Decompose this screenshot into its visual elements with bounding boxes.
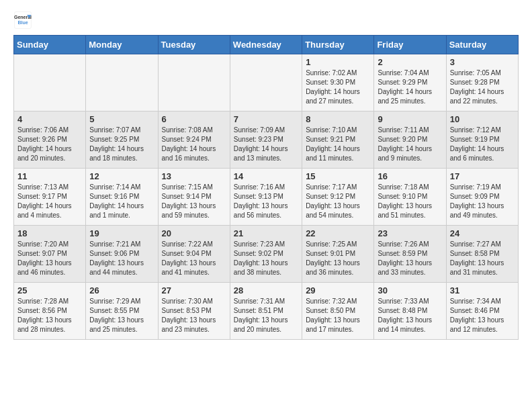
day-number: 24: [450, 228, 515, 238]
day-number: 20: [162, 228, 226, 238]
day-number: 29: [306, 285, 370, 295]
calendar-cell: 11Sunrise: 7:13 AM Sunset: 9:17 PM Dayli…: [14, 169, 86, 226]
weekday-header-monday: Monday: [86, 36, 158, 54]
calendar-cell: 12Sunrise: 7:14 AM Sunset: 9:16 PM Dayli…: [86, 169, 158, 226]
day-content: Sunrise: 7:25 AM Sunset: 9:01 PM Dayligh…: [306, 240, 370, 277]
calendar-cell: 15Sunrise: 7:17 AM Sunset: 9:12 PM Dayli…: [302, 169, 374, 226]
day-content: Sunrise: 7:06 AM Sunset: 9:26 PM Dayligh…: [17, 126, 82, 163]
day-number: 4: [17, 114, 82, 124]
calendar-cell: 21Sunrise: 7:23 AM Sunset: 9:02 PM Dayli…: [230, 226, 302, 283]
calendar-cell: 17Sunrise: 7:19 AM Sunset: 9:09 PM Dayli…: [446, 169, 518, 226]
day-number: 30: [378, 285, 442, 295]
day-content: Sunrise: 7:33 AM Sunset: 8:48 PM Dayligh…: [378, 297, 442, 334]
day-number: 17: [450, 171, 515, 181]
calendar-cell: 22Sunrise: 7:25 AM Sunset: 9:01 PM Dayli…: [302, 226, 374, 283]
day-number: 8: [306, 114, 370, 124]
day-number: 22: [306, 228, 370, 238]
calendar-cell: 30Sunrise: 7:33 AM Sunset: 8:48 PM Dayli…: [374, 283, 446, 340]
day-number: 21: [234, 228, 298, 238]
day-content: Sunrise: 7:32 AM Sunset: 8:50 PM Dayligh…: [306, 297, 370, 334]
calendar-cell: 28Sunrise: 7:31 AM Sunset: 8:51 PM Dayli…: [230, 283, 302, 340]
calendar-cell: [86, 54, 158, 111]
calendar-cell: 16Sunrise: 7:18 AM Sunset: 9:10 PM Dayli…: [374, 169, 446, 226]
day-content: Sunrise: 7:08 AM Sunset: 9:24 PM Dayligh…: [162, 126, 226, 163]
calendar-cell: [14, 54, 86, 111]
day-number: 2: [378, 57, 442, 67]
calendar-cell: 20Sunrise: 7:22 AM Sunset: 9:04 PM Dayli…: [158, 226, 230, 283]
calendar-cell: 10Sunrise: 7:12 AM Sunset: 9:19 PM Dayli…: [446, 111, 518, 169]
calendar-cell: 1Sunrise: 7:02 AM Sunset: 9:30 PM Daylig…: [302, 54, 374, 111]
calendar-cell: [230, 54, 302, 111]
day-number: 1: [306, 57, 370, 67]
day-content: Sunrise: 7:04 AM Sunset: 9:29 PM Dayligh…: [378, 68, 442, 106]
calendar-cell: 23Sunrise: 7:26 AM Sunset: 8:59 PM Dayli…: [374, 226, 446, 283]
calendar-cell: 31Sunrise: 7:34 AM Sunset: 8:46 PM Dayli…: [446, 283, 518, 340]
day-content: Sunrise: 7:16 AM Sunset: 9:13 PM Dayligh…: [234, 183, 298, 220]
day-number: 31: [450, 285, 515, 295]
day-content: Sunrise: 7:30 AM Sunset: 8:53 PM Dayligh…: [162, 297, 226, 334]
day-number: 28: [234, 285, 298, 295]
day-content: Sunrise: 7:17 AM Sunset: 9:12 PM Dayligh…: [306, 183, 370, 220]
calendar-cell: 8Sunrise: 7:10 AM Sunset: 9:21 PM Daylig…: [302, 111, 374, 169]
calendar-cell: 13Sunrise: 7:15 AM Sunset: 9:14 PM Dayli…: [158, 169, 230, 226]
day-content: Sunrise: 7:14 AM Sunset: 9:16 PM Dayligh…: [89, 183, 154, 220]
day-number: 12: [89, 171, 154, 181]
weekday-header-saturday: Saturday: [446, 36, 518, 54]
day-number: 9: [378, 114, 442, 124]
day-content: Sunrise: 7:31 AM Sunset: 8:51 PM Dayligh…: [234, 297, 298, 334]
weekday-header-wednesday: Wednesday: [230, 36, 302, 54]
calendar-cell: 18Sunrise: 7:20 AM Sunset: 9:07 PM Dayli…: [14, 226, 86, 283]
day-number: 3: [450, 57, 515, 67]
logo-icon: General Blue: [13, 11, 32, 30]
weekday-header-friday: Friday: [374, 36, 446, 54]
calendar-table: SundayMondayTuesdayWednesdayThursdayFrid…: [13, 35, 519, 340]
day-content: Sunrise: 7:28 AM Sunset: 8:56 PM Dayligh…: [17, 297, 82, 334]
day-number: 26: [89, 285, 154, 295]
weekday-header-tuesday: Tuesday: [158, 36, 230, 54]
day-content: Sunrise: 7:07 AM Sunset: 9:25 PM Dayligh…: [89, 126, 154, 163]
day-content: Sunrise: 7:13 AM Sunset: 9:17 PM Dayligh…: [17, 183, 82, 220]
calendar-cell: 14Sunrise: 7:16 AM Sunset: 9:13 PM Dayli…: [230, 169, 302, 226]
day-content: Sunrise: 7:26 AM Sunset: 8:59 PM Dayligh…: [378, 240, 442, 277]
day-number: 16: [378, 171, 442, 181]
svg-text:Blue: Blue: [17, 20, 28, 25]
weekday-header-thursday: Thursday: [302, 36, 374, 54]
day-content: Sunrise: 7:10 AM Sunset: 9:21 PM Dayligh…: [306, 126, 370, 163]
day-number: 6: [162, 114, 226, 124]
day-number: 15: [306, 171, 370, 181]
day-content: Sunrise: 7:05 AM Sunset: 9:28 PM Dayligh…: [450, 68, 515, 106]
day-number: 10: [450, 114, 515, 124]
day-number: 18: [17, 228, 82, 238]
calendar-cell: 3Sunrise: 7:05 AM Sunset: 9:28 PM Daylig…: [446, 54, 518, 111]
day-number: 14: [234, 171, 298, 181]
day-content: Sunrise: 7:09 AM Sunset: 9:23 PM Dayligh…: [234, 126, 298, 163]
day-number: 19: [89, 228, 154, 238]
header: General Blue: [13, 11, 519, 30]
calendar-cell: 26Sunrise: 7:29 AM Sunset: 8:55 PM Dayli…: [86, 283, 158, 340]
calendar-cell: 9Sunrise: 7:11 AM Sunset: 9:20 PM Daylig…: [374, 111, 446, 169]
day-number: 5: [89, 114, 154, 124]
day-content: Sunrise: 7:12 AM Sunset: 9:19 PM Dayligh…: [450, 126, 515, 163]
calendar-cell: 24Sunrise: 7:27 AM Sunset: 8:58 PM Dayli…: [446, 226, 518, 283]
day-number: 11: [17, 171, 82, 181]
day-number: 7: [234, 114, 298, 124]
calendar-cell: 4Sunrise: 7:06 AM Sunset: 9:26 PM Daylig…: [14, 111, 86, 169]
calendar-cell: 19Sunrise: 7:21 AM Sunset: 9:06 PM Dayli…: [86, 226, 158, 283]
calendar-cell: 27Sunrise: 7:30 AM Sunset: 8:53 PM Dayli…: [158, 283, 230, 340]
day-content: Sunrise: 7:22 AM Sunset: 9:04 PM Dayligh…: [162, 240, 226, 277]
day-number: 23: [378, 228, 442, 238]
calendar-cell: [158, 54, 230, 111]
day-content: Sunrise: 7:23 AM Sunset: 9:02 PM Dayligh…: [234, 240, 298, 277]
day-number: 27: [162, 285, 226, 295]
weekday-header-sunday: Sunday: [14, 36, 86, 54]
day-content: Sunrise: 7:02 AM Sunset: 9:30 PM Dayligh…: [306, 68, 370, 106]
calendar-cell: 6Sunrise: 7:08 AM Sunset: 9:24 PM Daylig…: [158, 111, 230, 169]
day-content: Sunrise: 7:15 AM Sunset: 9:14 PM Dayligh…: [162, 183, 226, 220]
day-content: Sunrise: 7:34 AM Sunset: 8:46 PM Dayligh…: [450, 297, 515, 334]
calendar-cell: 25Sunrise: 7:28 AM Sunset: 8:56 PM Dayli…: [14, 283, 86, 340]
logo: General Blue: [13, 11, 32, 30]
day-content: Sunrise: 7:21 AM Sunset: 9:06 PM Dayligh…: [89, 240, 154, 277]
day-number: 25: [17, 285, 82, 295]
calendar-cell: 2Sunrise: 7:04 AM Sunset: 9:29 PM Daylig…: [374, 54, 446, 111]
day-number: 13: [162, 171, 226, 181]
